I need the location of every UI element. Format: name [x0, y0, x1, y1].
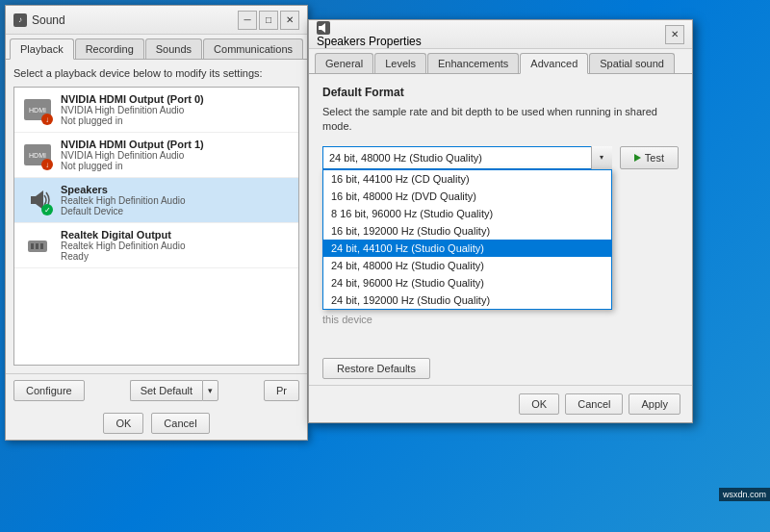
- dropdown-item[interactable]: 16 bit, 192000 Hz (Studio Quality): [323, 222, 611, 240]
- close-button[interactable]: ✕: [280, 11, 299, 30]
- playback-hint: Select a playback device below to modify…: [13, 67, 299, 79]
- device-status: Ready: [61, 251, 291, 262]
- speakers-titlebar: Speakers Properties ✕: [309, 20, 692, 49]
- format-select-display[interactable]: 24 bit, 48000 Hz (Studio Quality): [322, 146, 612, 169]
- speakers-title: Speakers Properties: [317, 21, 422, 48]
- svg-marker-6: [319, 23, 325, 33]
- speakers-close-button[interactable]: ✕: [665, 25, 684, 44]
- device-status: Default Device: [61, 206, 291, 216]
- device-info: NVIDIA HDMI Output (Port 0) NVIDIA High …: [61, 93, 291, 126]
- list-item[interactable]: ✓ Speakers Realtek High Definition Audio…: [14, 178, 298, 223]
- test-button[interactable]: Test: [620, 146, 679, 169]
- device-driver: NVIDIA High Definition Audio: [61, 105, 291, 115]
- list-item[interactable]: Realtek Digital Output Realtek High Defi…: [14, 223, 298, 268]
- format-dropdown-list: 16 bit, 44100 Hz (CD Quality) 16 bit, 48…: [322, 169, 612, 310]
- down-arrow-badge: ↓: [41, 159, 53, 170]
- properties-button[interactable]: Pr: [264, 380, 299, 401]
- speakers-tabs: General Levels Enhancements Advanced Spa…: [309, 49, 692, 74]
- device-info: Realtek Digital Output Realtek High Defi…: [61, 229, 291, 262]
- device-status: Not plugged in: [61, 161, 291, 171]
- speakers-ok-button[interactable]: OK: [519, 393, 559, 415]
- digital-icon: [22, 230, 53, 261]
- sound-content: Select a playback device below to modify…: [6, 60, 307, 373]
- sp-tab-advanced[interactable]: Advanced: [520, 53, 588, 74]
- watermark: wsxdn.com: [719, 488, 770, 501]
- dropdown-item-selected[interactable]: 24 bit, 44100 Hz (Studio Quality): [323, 240, 611, 257]
- device-name: NVIDIA HDMI Output (Port 1): [61, 139, 291, 150]
- sound-tabs: Playback Recording Sounds Communications: [6, 35, 307, 60]
- tab-recording[interactable]: Recording: [75, 38, 144, 59]
- speaker-icon: ✓: [22, 185, 53, 215]
- this-device-label: this device: [322, 314, 679, 325]
- set-default-button[interactable]: Set Default: [130, 380, 202, 401]
- device-name: Speakers: [61, 184, 291, 195]
- device-name: Realtek Digital Output: [61, 229, 291, 241]
- speakers-title-text: Speakers Properties: [317, 35, 422, 48]
- device-driver: Realtek High Definition Audio: [61, 241, 291, 251]
- check-badge: ✓: [41, 204, 53, 215]
- dropdown-item[interactable]: 16 bit, 44100 Hz (CD Quality): [323, 170, 611, 188]
- sound-title: ♪ Sound: [13, 13, 65, 27]
- desktop: ♪ Sound ─ □ ✕ Playback Recording Sounds …: [0, 0, 770, 532]
- sp-tab-levels[interactable]: Levels: [374, 53, 426, 73]
- speakers-footer: OK Cancel Apply: [309, 385, 692, 422]
- sp-tab-spatial[interactable]: Spatial sound: [589, 53, 675, 73]
- test-label: Test: [645, 152, 664, 164]
- svg-rect-3: [31, 243, 34, 249]
- restore-defaults-button[interactable]: Restore Defaults: [322, 358, 430, 379]
- sound-titlebar: ♪ Sound ─ □ ✕: [6, 6, 307, 35]
- dropdown-item[interactable]: 8 16 bit, 96000 Hz (Studio Quality): [323, 205, 611, 222]
- cancel-button[interactable]: Cancel: [151, 413, 209, 434]
- sp-tab-enhancements[interactable]: Enhancements: [427, 53, 519, 73]
- restore-container: Restore Defaults: [309, 337, 692, 385]
- device-info: Speakers Realtek High Definition Audio D…: [61, 184, 291, 216]
- svg-rect-5: [40, 243, 43, 249]
- tab-playback[interactable]: Playback: [10, 38, 74, 60]
- list-item[interactable]: HDMI ↓ NVIDIA HDMI Output (Port 1) NVIDI…: [14, 133, 298, 178]
- device-list[interactable]: HDMI ↓ NVIDIA HDMI Output (Port 0) NVIDI…: [13, 87, 299, 366]
- device-status: Not plugged in: [61, 115, 291, 126]
- down-arrow-badge: ↓: [41, 114, 53, 125]
- device-driver: Realtek High Definition Audio: [61, 195, 291, 206]
- configure-button[interactable]: Configure: [13, 380, 85, 401]
- ok-button[interactable]: OK: [103, 413, 143, 434]
- list-item[interactable]: HDMI ↓ NVIDIA HDMI Output (Port 0) NVIDI…: [14, 88, 298, 133]
- device-name: NVIDIA HDMI Output (Port 0): [61, 93, 291, 105]
- svg-rect-4: [36, 243, 38, 249]
- maximize-button[interactable]: □: [259, 11, 278, 30]
- speakers-content: Default Format Select the sample rate an…: [309, 74, 692, 337]
- dropdown-item[interactable]: 16 bit, 48000 Hz (DVD Quality): [323, 188, 611, 205]
- format-select-container: 24 bit, 48000 Hz (Studio Quality) ▾ 16 b…: [322, 146, 612, 169]
- tab-communications[interactable]: Communications: [203, 38, 303, 59]
- speakers-icon: [317, 21, 330, 35]
- hdmi-icon: HDMI ↓: [22, 139, 53, 170]
- speakers-cancel-button[interactable]: Cancel: [565, 393, 623, 415]
- hdmi-icon: HDMI ↓: [22, 94, 53, 125]
- default-format-title: Default Format: [322, 86, 679, 99]
- tab-sounds[interactable]: Sounds: [145, 38, 202, 59]
- device-driver: NVIDIA High Definition Audio: [61, 150, 291, 161]
- sp-tab-general[interactable]: General: [315, 53, 373, 73]
- sound-dialog: ♪ Sound ─ □ ✕ Playback Recording Sounds …: [5, 5, 308, 441]
- speakers-dialog: Speakers Properties ✕ General Levels Enh…: [308, 19, 693, 423]
- dropdown-item[interactable]: 24 bit, 48000 Hz (Studio Quality): [323, 257, 611, 274]
- sound-title-text: Sound: [32, 13, 65, 27]
- device-info: NVIDIA HDMI Output (Port 1) NVIDIA High …: [61, 139, 291, 171]
- dropdown-item[interactable]: 24 bit, 192000 Hz (Studio Quality): [323, 291, 611, 309]
- default-format-desc: Select the sample rate and bit depth to …: [322, 105, 679, 135]
- svg-rect-0: [31, 196, 36, 204]
- sound-footer: OK Cancel: [6, 407, 307, 440]
- set-default-dropdown-button[interactable]: ▾: [202, 380, 218, 401]
- play-icon: [634, 154, 641, 162]
- sound-bottom-bar: Configure Set Default ▾ Pr: [6, 373, 307, 407]
- format-row: 24 bit, 48000 Hz (Studio Quality) ▾ 16 b…: [322, 146, 679, 169]
- sound-icon: ♪: [13, 13, 27, 27]
- dropdown-item[interactable]: 24 bit, 96000 Hz (Studio Quality): [323, 274, 611, 291]
- speakers-apply-button[interactable]: Apply: [629, 393, 680, 415]
- minimize-button[interactable]: ─: [238, 11, 257, 30]
